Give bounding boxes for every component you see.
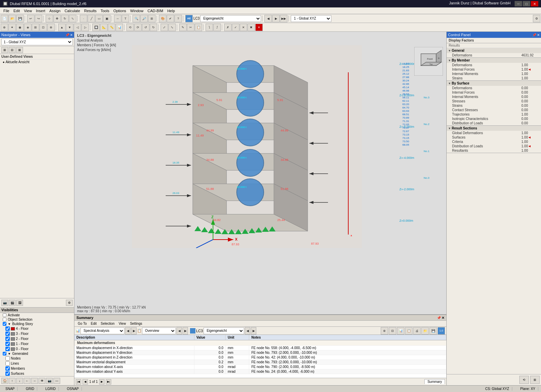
floor-4-checkbox[interactable] — [5, 326, 10, 331]
summary-tb-6[interactable]: 📁 — [421, 327, 429, 335]
tb-new[interactable]: 📄 — [1, 15, 8, 22]
cp-rs-surfaces-arrow[interactable]: ◀ — [528, 136, 531, 139]
tb-select[interactable]: ⊹ — [46, 15, 53, 22]
tb2-21[interactable]: ⤡ — [168, 24, 176, 31]
summary-tb-7[interactable]: 💾 — [429, 327, 437, 335]
tb2-20[interactable]: ⤢ — [161, 24, 168, 31]
summary-tb-5[interactable]: 🖨 — [413, 327, 421, 335]
tb-text[interactable]: T — [122, 15, 129, 22]
tb2-18[interactable]: ↺ — [142, 24, 149, 31]
viewport[interactable]: LC3 - Eigengewicht Spectral Analysis Mem… — [74, 32, 446, 314]
tb-ae[interactable]: AE — [185, 15, 193, 22]
summary-lc-next-btn[interactable]: ▶ — [251, 327, 256, 335]
tb-dimension[interactable]: ↔ — [114, 15, 121, 22]
tb2-19[interactable]: ↻ — [150, 24, 157, 31]
nav-icon-1[interactable]: ⊞ — [1, 47, 8, 53]
page-last-btn[interactable]: ▶| — [106, 379, 111, 385]
nav-btn-3[interactable]: ↓ — [16, 378, 23, 384]
tb2-23[interactable]: ✂ — [187, 24, 194, 31]
summary-analysis-dropdown[interactable]: Spectral Analysis — [80, 327, 124, 334]
menu-edit[interactable]: Edit — [11, 8, 22, 13]
cp-internal-forces-arrow[interactable]: ◀ — [528, 68, 531, 71]
summary-ov-next-btn[interactable]: ▶ — [183, 327, 188, 335]
tb2-24[interactable]: 📋 — [195, 24, 202, 31]
tb2-25[interactable]: ⤵ — [206, 24, 213, 31]
tb-arrow1[interactable]: ◀ — [264, 15, 272, 22]
floor-2-checkbox[interactable] — [5, 337, 10, 341]
nav-btn-2[interactable]: ↑ — [9, 378, 16, 384]
status-osnap[interactable]: OSNAP — [64, 387, 82, 391]
menu-view[interactable]: View — [22, 8, 34, 13]
tb-fit[interactable]: ⊞ — [148, 15, 156, 22]
tb2-3[interactable]: ◉ — [16, 24, 24, 31]
tb-redo[interactable]: ↪ — [35, 15, 42, 22]
floor-1-checkbox[interactable] — [5, 342, 10, 346]
tb2-10[interactable]: ◁ — [74, 24, 81, 31]
tb-settings[interactable]: ⚙ — [533, 15, 540, 22]
tb2-28[interactable]: ✓ — [232, 24, 239, 31]
summary-tab-btn[interactable]: Summary — [424, 379, 445, 384]
cp-by-surface-header[interactable]: ▼ By Surface — [447, 81, 541, 86]
tb2-29[interactable]: ✕ — [240, 24, 247, 31]
tb2-6[interactable]: ⊡ — [40, 24, 47, 31]
summary-next-btn[interactable]: ▶ — [131, 327, 137, 335]
menu-tools[interactable]: Tools — [98, 8, 111, 13]
nav-btn-7[interactable]: 📷 — [46, 378, 53, 384]
tb2-30[interactable]: ✖ — [248, 24, 255, 31]
cp-bottom-btn-2[interactable]: ⊞ — [530, 376, 540, 384]
nav-close-icon[interactable]: ✕ — [70, 33, 73, 37]
menu-options[interactable]: Options — [111, 8, 128, 13]
tb2-22[interactable]: ✎ — [179, 24, 187, 31]
summary-menu-goto[interactable]: Go To — [76, 321, 89, 326]
nav-screenshot-btn[interactable]: 🖼 — [16, 300, 23, 306]
summary-overview-dropdown[interactable]: Overview — [142, 327, 176, 334]
tb-solid[interactable]: ▣ — [103, 15, 111, 22]
minimize-button[interactable]: ─ — [515, 1, 522, 6]
maximize-button[interactable]: □ — [523, 1, 530, 6]
tb2-4[interactable]: ◈ — [24, 24, 31, 31]
summary-tb-8[interactable]: 1.0 — [438, 327, 445, 335]
tb2-31[interactable]: ✕ — [255, 24, 263, 31]
table-row[interactable]: Maximum displacement in Y-direction 0.0 … — [74, 350, 446, 355]
cp-rs-dist-loads-arrow[interactable]: ◀ — [528, 145, 531, 148]
nav-pin-icon[interactable]: 📌 — [65, 33, 69, 37]
floor-0-checkbox[interactable] — [5, 347, 10, 351]
tb-scale[interactable]: ⤡ — [69, 15, 76, 22]
cp-result-sections-header[interactable]: ▼ Result Sections — [447, 126, 541, 131]
nav-btn-5[interactable]: → — [31, 378, 38, 384]
tb2-27[interactable]: ✗ — [224, 24, 232, 31]
tb2-17[interactable]: ⟳ — [134, 24, 142, 31]
tb-undo[interactable]: ↩ — [27, 15, 34, 22]
summary-ov-prev-btn[interactable]: ◀ — [177, 327, 182, 335]
tb2-9[interactable]: ▼ — [66, 24, 73, 31]
cp-general-header[interactable]: ▼ General — [447, 48, 541, 53]
menu-help[interactable]: Help — [165, 8, 177, 13]
tb2-5[interactable]: ⊞ — [32, 24, 39, 31]
tb-save[interactable]: 💾 — [16, 15, 24, 22]
status-grid[interactable]: GRID — [23, 387, 37, 391]
nav-btn-8[interactable]: — — [53, 378, 60, 384]
summary-prev-btn[interactable]: ◀ — [125, 327, 131, 335]
tb2-1[interactable]: ⊕ — [1, 24, 8, 31]
tb2-16[interactable]: ⟲ — [126, 24, 134, 31]
summary-lc-prev-btn[interactable]: ◀ — [245, 327, 250, 335]
view-select-dropdown[interactable]: 1 - Global XYZ — [1, 39, 73, 45]
tb-zoom-in[interactable]: 🔍 — [133, 15, 140, 22]
generated-toggle[interactable]: ▼ — [8, 352, 11, 356]
page-next-btn[interactable]: ▶ — [99, 379, 104, 385]
summary-menu-edit[interactable]: Edit — [89, 321, 99, 326]
menu-insert[interactable]: Insert — [34, 8, 47, 13]
tb2-15[interactable]: 📊 — [116, 24, 123, 31]
tb-check[interactable]: ✔ — [167, 15, 174, 22]
tb-render[interactable]: 🎨 — [159, 15, 166, 22]
floor-3-checkbox[interactable] — [5, 332, 10, 336]
summary-menu-settings[interactable]: Settings — [128, 321, 144, 326]
tb2-14[interactable]: 📏 — [108, 24, 115, 31]
summary-tb-2[interactable]: ⊟ — [389, 327, 396, 335]
status-snap[interactable]: SNAP — [3, 387, 18, 391]
summary-tb-4[interactable]: 📋 — [405, 327, 413, 335]
aktuelle-ansicht-item[interactable]: ● Aktuelle Ansicht — [0, 59, 74, 65]
summary-tb-1[interactable]: ⊕ — [381, 327, 388, 335]
tb-line[interactable]: ╱ — [88, 15, 95, 22]
tb-question[interactable]: ? — [174, 15, 182, 22]
